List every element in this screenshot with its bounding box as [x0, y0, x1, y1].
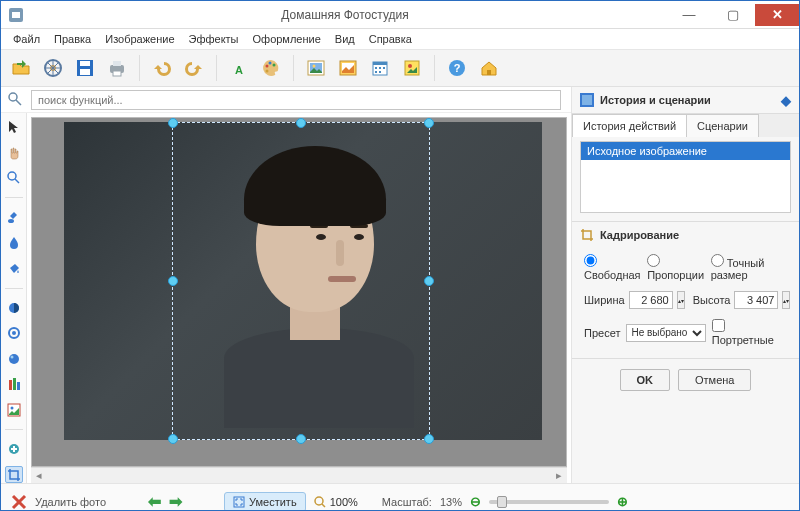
- stamp-button[interactable]: [398, 54, 426, 82]
- width-label: Ширина: [584, 294, 625, 306]
- menu-help[interactable]: Справка: [363, 31, 418, 47]
- crop-selection[interactable]: [172, 122, 430, 440]
- handle-tl[interactable]: [168, 118, 178, 128]
- height-input[interactable]: [734, 291, 778, 309]
- svg-text:?: ?: [454, 62, 461, 74]
- bottom-bar: Удалить фото ⬅ ➡ Уместить 100% Масштаб: …: [1, 483, 799, 511]
- scroll-right-icon[interactable]: ▸: [551, 468, 567, 483]
- delete-label[interactable]: Удалить фото: [35, 496, 106, 508]
- width-spinner[interactable]: ▴▾: [677, 291, 685, 309]
- zoom-tool[interactable]: [5, 170, 23, 186]
- palette-button[interactable]: [257, 54, 285, 82]
- handle-ml[interactable]: [168, 276, 178, 286]
- crop-tool[interactable]: [5, 466, 23, 483]
- menu-view[interactable]: Вид: [329, 31, 361, 47]
- pointer-tool[interactable]: [5, 119, 23, 135]
- preset-select[interactable]: Не выбрано: [626, 324, 705, 342]
- svg-point-17: [273, 64, 276, 67]
- zoom-in-button[interactable]: ⊕: [617, 494, 628, 509]
- svg-point-32: [408, 64, 412, 68]
- text-button[interactable]: A: [225, 54, 253, 82]
- ok-button[interactable]: OK: [620, 369, 671, 391]
- svg-rect-13: [113, 71, 121, 76]
- radio-ratio[interactable]: Пропорции: [647, 254, 707, 281]
- tab-history[interactable]: История действий: [572, 114, 687, 137]
- h-scrollbar[interactable]: ◂ ▸: [31, 467, 567, 483]
- maximize-button[interactable]: ▢: [711, 4, 755, 26]
- menu-effects[interactable]: Эффекты: [183, 31, 245, 47]
- svg-point-21: [313, 65, 316, 68]
- canvas[interactable]: [31, 117, 567, 467]
- svg-rect-48: [9, 380, 12, 390]
- history-icon: [580, 93, 594, 107]
- minimize-button[interactable]: —: [667, 4, 711, 26]
- print-button[interactable]: [103, 54, 131, 82]
- menu-decor[interactable]: Оформление: [247, 31, 327, 47]
- handle-tr[interactable]: [424, 118, 434, 128]
- prev-button[interactable]: ⬅: [148, 492, 161, 511]
- window-title: Домашняя Фотостудия: [23, 8, 667, 22]
- svg-point-45: [12, 331, 16, 335]
- scroll-left-icon[interactable]: ◂: [31, 468, 47, 483]
- main-toolbar: A ?: [1, 49, 799, 87]
- panel-title: История и сценарии: [600, 94, 711, 106]
- hand-tool[interactable]: [5, 144, 23, 160]
- height-label: Высота: [693, 294, 731, 306]
- crop-icon: [580, 228, 594, 242]
- open-button[interactable]: [7, 54, 35, 82]
- help-button[interactable]: ?: [443, 54, 471, 82]
- svg-rect-12: [113, 61, 121, 66]
- svg-point-52: [10, 406, 13, 409]
- svg-rect-1: [12, 12, 20, 18]
- height-spinner[interactable]: ▴▾: [782, 291, 790, 309]
- svg-rect-30: [379, 71, 381, 73]
- handle-bl[interactable]: [168, 434, 178, 444]
- right-panel: История действий Сценарии Исходное изобр…: [571, 113, 799, 483]
- bucket-tool[interactable]: [5, 260, 23, 276]
- handle-bc[interactable]: [296, 434, 306, 444]
- tab-scenarios[interactable]: Сценарии: [686, 114, 759, 137]
- collapse-icon[interactable]: ◆: [781, 93, 791, 108]
- redo-button[interactable]: [180, 54, 208, 82]
- search-input[interactable]: [31, 90, 561, 110]
- zoom-100-button[interactable]: 100%: [314, 496, 358, 508]
- zoom-slider[interactable]: [489, 500, 609, 504]
- svg-text:A: A: [235, 64, 243, 76]
- drop-tool[interactable]: [5, 235, 23, 251]
- next-button[interactable]: ➡: [169, 492, 182, 511]
- cancel-button[interactable]: Отмена: [678, 369, 751, 391]
- svg-rect-27: [379, 67, 381, 69]
- brightness-tool[interactable]: [5, 300, 23, 316]
- wheel-button[interactable]: [39, 54, 67, 82]
- handle-br[interactable]: [424, 434, 434, 444]
- handle-tc[interactable]: [296, 118, 306, 128]
- history-list[interactable]: Исходное изображение: [580, 141, 791, 213]
- image2-button[interactable]: [334, 54, 362, 82]
- slider-thumb[interactable]: [497, 496, 507, 508]
- image1-button[interactable]: [302, 54, 330, 82]
- filter-tool[interactable]: [5, 402, 23, 418]
- effect1-tool[interactable]: [5, 325, 23, 341]
- portrait-check[interactable]: Портретные: [712, 319, 787, 346]
- width-input[interactable]: [629, 291, 673, 309]
- zoom-out-button[interactable]: ⊖: [470, 494, 481, 509]
- save-button[interactable]: [71, 54, 99, 82]
- close-button[interactable]: ✕: [755, 4, 799, 26]
- delete-icon[interactable]: [11, 494, 27, 510]
- home-button[interactable]: [475, 54, 503, 82]
- menu-file[interactable]: Файл: [7, 31, 46, 47]
- radio-exact[interactable]: Точный размер: [711, 254, 787, 281]
- menu-edit[interactable]: Правка: [48, 31, 97, 47]
- handle-mr[interactable]: [424, 276, 434, 286]
- history-item[interactable]: Исходное изображение: [581, 142, 790, 160]
- menu-image[interactable]: Изображение: [99, 31, 180, 47]
- effect2-tool[interactable]: [5, 351, 23, 367]
- radio-free[interactable]: Свободная: [584, 254, 643, 281]
- calendar-button[interactable]: [366, 54, 394, 82]
- undo-button[interactable]: [148, 54, 176, 82]
- heal-tool[interactable]: [5, 441, 23, 457]
- fit-button[interactable]: Уместить: [224, 492, 306, 512]
- levels-tool[interactable]: [5, 376, 23, 392]
- brush-tool[interactable]: [5, 209, 23, 225]
- svg-rect-25: [373, 62, 387, 65]
